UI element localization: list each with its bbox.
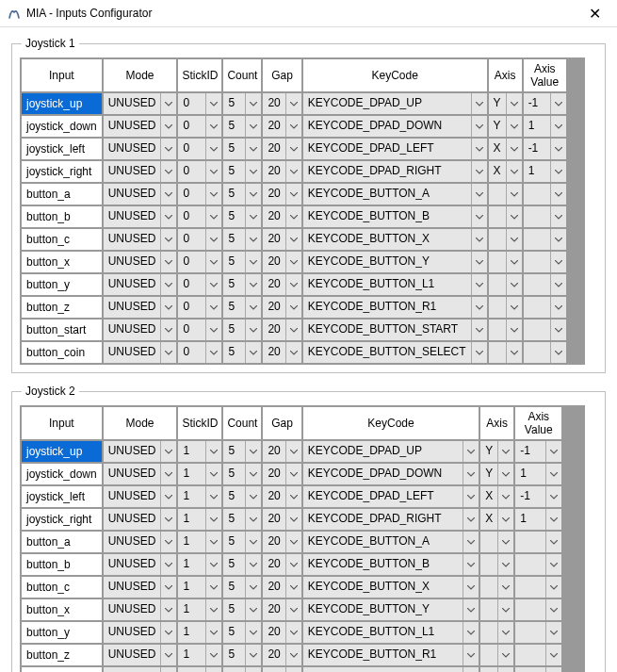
stickid-dropdown[interactable]: [205, 252, 221, 272]
keycode-cell[interactable]: KEYCODE_BUTTON_Y: [303, 599, 479, 620]
gap-dropdown[interactable]: [285, 252, 301, 272]
count-dropdown[interactable]: [245, 297, 261, 318]
table-row[interactable]: button_bUNUSED1520KEYCODE_BUTTON_B: [21, 553, 584, 576]
keycode-dropdown[interactable]: [471, 342, 487, 363]
count-dropdown[interactable]: [245, 622, 261, 643]
stickid-dropdown[interactable]: [205, 206, 221, 227]
keycode-dropdown[interactable]: [471, 184, 487, 205]
axis-cell[interactable]: Y: [480, 464, 513, 484]
keycode-dropdown[interactable]: [463, 554, 479, 575]
row-header[interactable]: button_c: [21, 576, 103, 598]
col-axis[interactable]: Axis: [479, 406, 514, 440]
axis-value-cell[interactable]: [524, 252, 566, 272]
keycode-dropdown[interactable]: [463, 577, 479, 598]
stickid-dropdown[interactable]: [205, 320, 221, 340]
table-row[interactable]: joystick_leftUNUSED1520KEYCODE_DPAD_LEFT…: [21, 485, 584, 508]
table-row[interactable]: joystick_leftUNUSED0520KEYCODE_DPAD_LEFT…: [21, 138, 584, 160]
axis-cell[interactable]: [480, 577, 513, 598]
gap-dropdown[interactable]: [285, 297, 301, 318]
stickid-dropdown[interactable]: [205, 229, 221, 250]
count-dropdown[interactable]: [245, 229, 261, 250]
keycode-cell[interactable]: KEYCODE_BUTTON_A: [303, 184, 487, 205]
mode-cell[interactable]: UNUSED: [104, 464, 177, 484]
gap-cell[interactable]: 20: [263, 599, 300, 620]
axis-value-dropdown[interactable]: [550, 252, 566, 272]
count-cell[interactable]: 5: [223, 599, 261, 620]
keycode-dropdown[interactable]: [463, 667, 479, 672]
table-row[interactable]: joystick_downUNUSED1520KEYCODE_DPAD_DOWN…: [21, 463, 584, 485]
stickid-cell[interactable]: 1: [178, 577, 221, 598]
mode-cell[interactable]: UNUSED: [104, 161, 177, 182]
stickid-cell[interactable]: 1: [178, 464, 221, 484]
keycode-cell[interactable]: KEYCODE_BUTTON_START: [303, 667, 479, 672]
count-dropdown[interactable]: [245, 139, 261, 159]
count-cell[interactable]: 5: [223, 320, 261, 340]
count-cell[interactable]: 5: [223, 622, 261, 643]
count-cell[interactable]: 5: [223, 252, 261, 272]
mode-dropdown[interactable]: [160, 252, 176, 272]
axis-cell[interactable]: [489, 252, 522, 272]
stickid-dropdown[interactable]: [205, 554, 221, 575]
stickid-dropdown[interactable]: [205, 184, 221, 205]
axis-cell[interactable]: [489, 342, 522, 363]
keycode-cell[interactable]: KEYCODE_BUTTON_Y: [303, 252, 487, 272]
gap-dropdown[interactable]: [285, 667, 301, 672]
count-dropdown[interactable]: [245, 509, 261, 530]
axis-dropdown[interactable]: [506, 139, 522, 159]
axis-dropdown[interactable]: [497, 622, 513, 643]
stickid-dropdown[interactable]: [205, 342, 221, 363]
count-cell[interactable]: 5: [223, 577, 261, 598]
gap-dropdown[interactable]: [285, 464, 301, 484]
row-header[interactable]: button_b: [21, 205, 103, 228]
mode-dropdown[interactable]: [160, 464, 176, 484]
keycode-dropdown[interactable]: [463, 509, 479, 530]
count-dropdown[interactable]: [245, 274, 261, 295]
mode-dropdown[interactable]: [160, 532, 176, 552]
gap-cell[interactable]: 20: [263, 229, 300, 250]
axis-value-dropdown[interactable]: [545, 486, 561, 507]
row-header[interactable]: button_x: [21, 251, 103, 273]
gap-dropdown[interactable]: [285, 577, 301, 598]
keycode-cell[interactable]: KEYCODE_BUTTON_B: [303, 206, 487, 227]
stickid-cell[interactable]: 1: [178, 667, 221, 672]
keycode-dropdown[interactable]: [471, 229, 487, 250]
axis-cell[interactable]: [480, 532, 513, 552]
mode-cell[interactable]: UNUSED: [104, 645, 177, 665]
col-keycode[interactable]: KeyCode: [302, 58, 488, 92]
count-dropdown[interactable]: [245, 441, 261, 462]
count-dropdown[interactable]: [245, 342, 261, 363]
mode-dropdown[interactable]: [160, 184, 176, 205]
table-row[interactable]: button_cUNUSED0520KEYCODE_BUTTON_X: [21, 228, 584, 251]
axis-dropdown[interactable]: [506, 297, 522, 318]
stickid-dropdown[interactable]: [205, 161, 221, 182]
axis-value-cell[interactable]: [515, 667, 561, 672]
count-dropdown[interactable]: [245, 532, 261, 552]
axis-cell[interactable]: [489, 274, 522, 295]
axis-value-dropdown[interactable]: [545, 532, 561, 552]
col-input[interactable]: Input: [21, 406, 103, 440]
row-header[interactable]: joystick_down: [21, 115, 103, 138]
gap-cell[interactable]: 20: [263, 464, 300, 484]
stickid-cell[interactable]: 1: [178, 486, 221, 507]
gap-cell[interactable]: 20: [263, 342, 300, 363]
stickid-cell[interactable]: 0: [178, 161, 221, 182]
axis-cell[interactable]: Y: [480, 441, 513, 462]
row-header[interactable]: joystick_right: [21, 508, 103, 531]
axis-value-dropdown[interactable]: [550, 93, 566, 114]
gap-cell[interactable]: 20: [263, 252, 300, 272]
table-row[interactable]: button_zUNUSED0520KEYCODE_BUTTON_R1: [21, 296, 584, 319]
count-dropdown[interactable]: [245, 599, 261, 620]
axis-dropdown[interactable]: [497, 509, 513, 530]
axis-value-dropdown[interactable]: [550, 274, 566, 295]
count-cell[interactable]: 5: [223, 667, 261, 672]
count-cell[interactable]: 5: [223, 206, 261, 227]
axis-value-dropdown[interactable]: [545, 645, 561, 665]
stickid-dropdown[interactable]: [205, 116, 221, 137]
col-axis-value[interactable]: Axis Value: [523, 58, 567, 92]
gap-cell[interactable]: 20: [263, 184, 300, 205]
stickid-cell[interactable]: 0: [178, 297, 221, 318]
gap-dropdown[interactable]: [285, 486, 301, 507]
axis-value-dropdown[interactable]: [545, 599, 561, 620]
count-cell[interactable]: 5: [223, 464, 261, 484]
stickid-dropdown[interactable]: [205, 622, 221, 643]
